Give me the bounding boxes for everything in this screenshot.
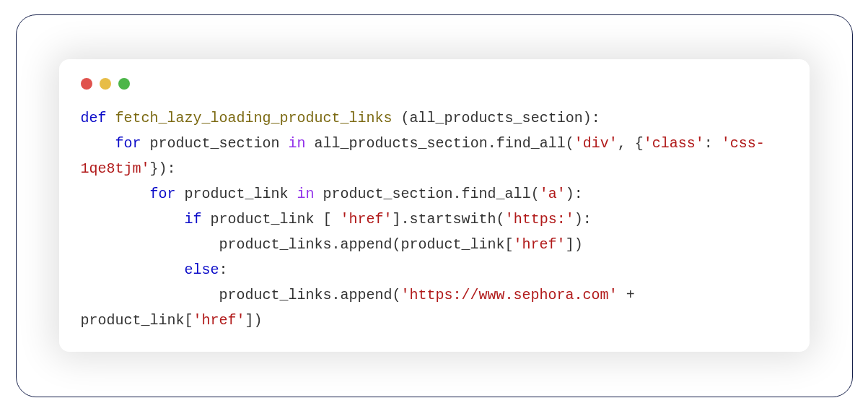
tok-in: in <box>297 186 315 202</box>
tok-text: ].startswith( <box>393 211 505 228</box>
tok-text: }): <box>150 160 176 177</box>
tok-function-name: fetch_lazy_loading_product_links <box>115 110 393 126</box>
tok-string: 'https:' <box>505 211 574 228</box>
indent <box>81 261 185 278</box>
tok-text: : <box>704 135 722 152</box>
indent <box>81 186 150 202</box>
tok-text: product_section <box>141 135 289 152</box>
tok-in: in <box>289 135 306 152</box>
tok-string: 'a' <box>540 186 566 202</box>
tok-text: ]) <box>245 312 263 329</box>
indent <box>81 135 115 152</box>
code-card: def fetch_lazy_loading_product_links (al… <box>59 59 810 352</box>
tok-for: for <box>115 135 141 152</box>
tok-text: (all_products_section): <box>393 110 600 126</box>
tok-string: 'div' <box>574 135 618 152</box>
tok-text: all_products_section.find_all( <box>306 135 574 152</box>
traffic-dot-yellow <box>100 78 111 90</box>
tok-text: ): <box>574 211 592 228</box>
tok-text: product_link <box>176 186 297 202</box>
indent <box>81 211 185 228</box>
tok-if: if <box>185 211 202 228</box>
tok-text: : <box>219 261 228 278</box>
indent <box>81 236 219 253</box>
tok-def: def <box>81 110 107 126</box>
tok-text: product_link [ <box>202 211 341 228</box>
code-block: def fetch_lazy_loading_product_links (al… <box>81 105 788 333</box>
outer-frame: def fetch_lazy_loading_product_links (al… <box>16 14 853 397</box>
tok-text: ]) <box>566 236 583 253</box>
tok-text: product_section.find_all( <box>315 186 540 202</box>
tok-string: 'href' <box>514 236 566 253</box>
tok-text: , { <box>618 135 644 152</box>
indent <box>81 287 219 303</box>
traffic-lights <box>81 78 788 90</box>
tok-string: 'https://www.sephora.com' <box>401 287 618 303</box>
tok-string: 'href' <box>193 312 245 329</box>
traffic-dot-red <box>81 78 92 90</box>
tok-else: else <box>185 261 219 278</box>
tok-text: ): <box>566 186 583 202</box>
tok-for: for <box>150 186 176 202</box>
tok-string: 'class' <box>644 135 704 152</box>
tok-string: 'href' <box>341 211 393 228</box>
traffic-dot-green <box>118 78 130 90</box>
tok-text: product_links.append( <box>219 287 401 303</box>
tok-text: product_links.append(product_link[ <box>219 236 514 253</box>
